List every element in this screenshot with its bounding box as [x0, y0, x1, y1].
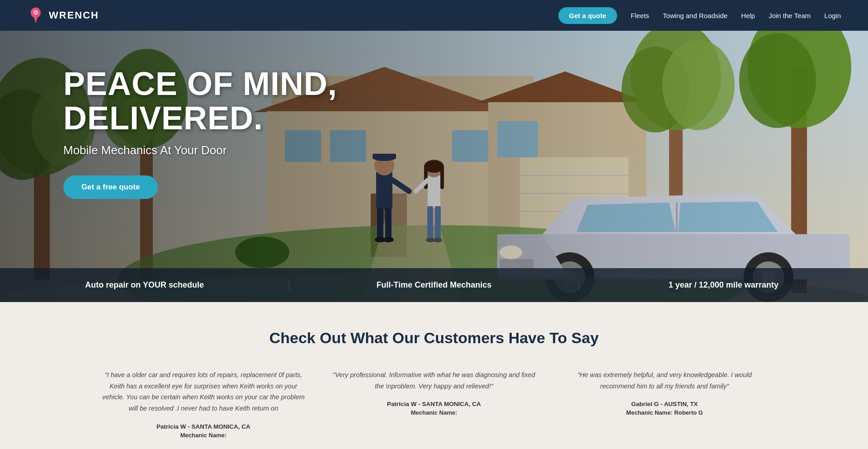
nav-fleets[interactable]: Fleets [631, 12, 649, 19]
nav-towing[interactable]: Towing and Roadside [663, 12, 727, 19]
review-mechanic-2: Mechanic Name: [332, 409, 536, 416]
mechanic-name-3: Roberto G [674, 409, 703, 416]
get-quote-button[interactable]: Get a quote [558, 7, 618, 24]
review-text-2: "Very professional. Informative with wha… [332, 369, 536, 392]
feature-schedule: Auto repair on YOUR schedule [0, 280, 289, 290]
feature-warranty: 1 year / 12,000 mile warranty [579, 280, 868, 290]
review-text-3: "He was extremely helpful, and very know… [563, 369, 766, 392]
review-author-1: Patricia W - SANTA MONICA, CA [102, 423, 305, 430]
nav-help[interactable]: Help [741, 12, 755, 19]
review-text-1: "I have a older car and requires lots of… [102, 369, 305, 414]
review-card-2: "Very professional. Informative with wha… [332, 369, 536, 439]
hero-headline: PEACE OF MIND, DELIVERED. [63, 67, 380, 135]
feature-mechanics: Full-Time Certified Mechanics [289, 280, 579, 290]
nav-login[interactable]: Login [824, 12, 841, 19]
logo-text: WRENCH [49, 9, 99, 21]
review-card-1: "I have a older car and requires lots of… [102, 369, 305, 439]
hero-content: PEACE OF MIND, DELIVERED. Mobile Mechani… [63, 67, 380, 199]
features-bar: Auto repair on YOUR schedule Full-Time C… [0, 268, 868, 302]
review-author-2: Patricia W - SANTA MONICA, CA [332, 401, 536, 407]
hero-section: PEACE OF MIND, DELIVERED. Mobile Mechani… [0, 31, 868, 302]
review-author-3: Gabriel G - AUSTIN, TX [563, 401, 766, 407]
main-nav: Get a quote Fleets Towing and Roadside H… [558, 7, 841, 24]
mechanic-label-3: Mechanic Name: [626, 409, 673, 416]
review-card-3: "He was extremely helpful, and very know… [563, 369, 766, 439]
reviews-section: Check Out What Our Customers Have To Say… [0, 302, 868, 449]
reviews-title: Check Out What Our Customers Have To Say [36, 329, 832, 347]
logo-icon [27, 7, 44, 24]
site-header: WRENCH Get a quote Fleets Towing and Roa… [0, 0, 868, 31]
logo-area[interactable]: WRENCH [27, 7, 99, 24]
mechanic-label-2: Mechanic Name: [411, 409, 458, 416]
reviews-grid: "I have a older car and requires lots of… [36, 369, 832, 439]
review-mechanic-3: Mechanic Name: Roberto G [563, 409, 766, 416]
get-free-quote-button[interactable]: Get a free quote [63, 175, 158, 199]
mechanic-label-1: Mechanic Name: [180, 432, 227, 439]
nav-join-team[interactable]: Join the Team [769, 12, 811, 19]
hero-subheadline: Mobile Mechanics At Your Door [63, 143, 380, 157]
review-mechanic-1: Mechanic Name: [102, 432, 305, 439]
